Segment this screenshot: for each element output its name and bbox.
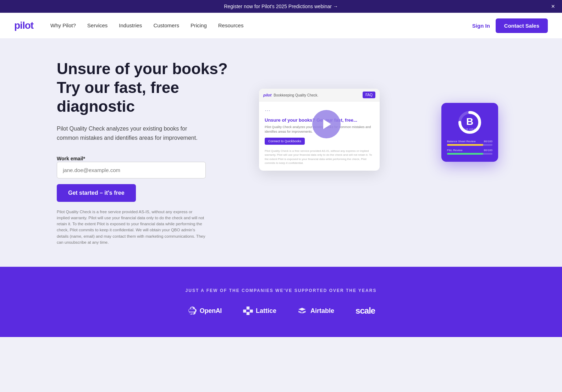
airtable-name: Airtable [310, 307, 334, 315]
hero-section: Unsure of your books? Try our fast, free… [0, 38, 562, 267]
browser-connect-button[interactable]: Connect to Quickbooks [265, 138, 305, 145]
openai-logo: OpenAI [187, 306, 222, 316]
companies-section: JUST A FEW OF THE COMPANIES WE'VE SUPPOR… [0, 267, 562, 337]
navigation: pilot Why Pilot? Services Industries Cus… [0, 13, 562, 38]
announcement-text: Register now for Pilot's 2025 Prediction… [224, 4, 338, 9]
grade-items: Balance Sheet Review 80/100 P&L Review 8… [447, 140, 492, 155]
nav-item-services[interactable]: Services [87, 22, 108, 29]
svg-rect-4 [250, 310, 253, 313]
play-icon [323, 119, 331, 129]
grade-circle: B YOUR GRADE [457, 110, 482, 135]
lattice-name: Lattice [256, 307, 276, 315]
email-input[interactable] [57, 162, 206, 178]
nav-item-customers[interactable]: Customers [153, 22, 179, 29]
grade-bar-pl-fill [447, 153, 483, 155]
grade-item-pl-label: P&L Review [447, 149, 462, 152]
scale-logo: scale [356, 306, 375, 316]
sign-in-button[interactable]: Sign In [472, 23, 490, 29]
nav-links: Why Pilot? Services Industries Customers… [50, 22, 472, 29]
nav-item-pricing[interactable]: Pricing [191, 22, 207, 29]
hero-content: Unsure of your books? Try our fast, free… [57, 60, 241, 245]
openai-name: OpenAI [200, 307, 222, 315]
company-logos: OpenAI Lattice Airtable scale [14, 306, 548, 316]
nav-link-services[interactable]: Services [87, 22, 108, 28]
browser-title: Bookkeeping Quality Check. [274, 93, 318, 97]
nav-item-why-pilot[interactable]: Why Pilot? [50, 22, 76, 29]
nav-link-resources[interactable]: Resources [218, 22, 244, 28]
companies-label: JUST A FEW OF THE COMPANIES WE'VE SUPPOR… [14, 288, 548, 293]
svg-rect-2 [243, 310, 246, 313]
announcement-close[interactable]: × [551, 3, 555, 10]
browser-footer-text: Pilot Quality Check is a free service pr… [265, 149, 374, 165]
contact-sales-button[interactable]: Contact Sales [496, 18, 548, 33]
logo[interactable]: pilot [14, 20, 33, 31]
grade-item-balance-label: Balance Sheet Review [447, 140, 476, 143]
lattice-logo: Lattice [243, 307, 276, 315]
browser-logo: pilot Bookkeeping Quality Check. [263, 93, 318, 97]
svg-rect-3 [247, 307, 250, 310]
grade-letter: B [466, 116, 473, 127]
airtable-icon [298, 307, 308, 315]
disclaimer-text: Pilot Quality Check is a free service pr… [57, 209, 206, 246]
hero-visual: pilot Bookkeeping Quality Check. FAQ ⋯ U… [241, 82, 505, 223]
svg-rect-5 [247, 312, 250, 315]
grade-item-balance: Balance Sheet Review 80/100 [447, 140, 492, 146]
hero-title: Unsure of your books? Try our fast, free… [57, 60, 241, 116]
grade-card: B YOUR GRADE Balance Sheet Review 80/100 [441, 103, 498, 162]
cta-button[interactable]: Get started – it's free [57, 184, 136, 202]
grade-circle-area: B YOUR GRADE [447, 110, 492, 135]
nav-link-industries[interactable]: Industries [119, 22, 142, 28]
grade-sublabel: YOUR GRADE [461, 128, 479, 131]
lattice-icon [243, 307, 253, 315]
nav-item-resources[interactable]: Resources [218, 22, 244, 29]
grade-bar-balance-fill [447, 144, 483, 146]
hero-subtitle: Pilot Quality Check analyzes your existi… [57, 124, 206, 142]
airtable-logo: Airtable [298, 307, 334, 315]
announcement-bar: Register now for Pilot's 2025 Prediction… [0, 0, 562, 13]
openai-icon [187, 306, 197, 316]
grade-bar-pl-bg [447, 153, 492, 155]
browser-bar: pilot Bookkeeping Quality Check. FAQ [259, 89, 380, 101]
nav-actions: Sign In Contact Sales [472, 18, 548, 33]
grade-bar-balance-bg [447, 144, 492, 146]
grade-item-balance-score: 80/100 [484, 140, 492, 143]
nav-link-why-pilot[interactable]: Why Pilot? [50, 22, 76, 28]
play-button[interactable] [312, 110, 341, 138]
nav-link-customers[interactable]: Customers [153, 22, 179, 28]
grade-item-pl-score: 80/100 [484, 149, 492, 152]
grade-item-pl: P&L Review 80/100 [447, 149, 492, 155]
nav-item-industries[interactable]: Industries [119, 22, 142, 29]
nav-link-pricing[interactable]: Pricing [191, 22, 207, 28]
browser-faq-button[interactable]: FAQ [363, 92, 375, 98]
email-label: Work email* [57, 156, 85, 161]
